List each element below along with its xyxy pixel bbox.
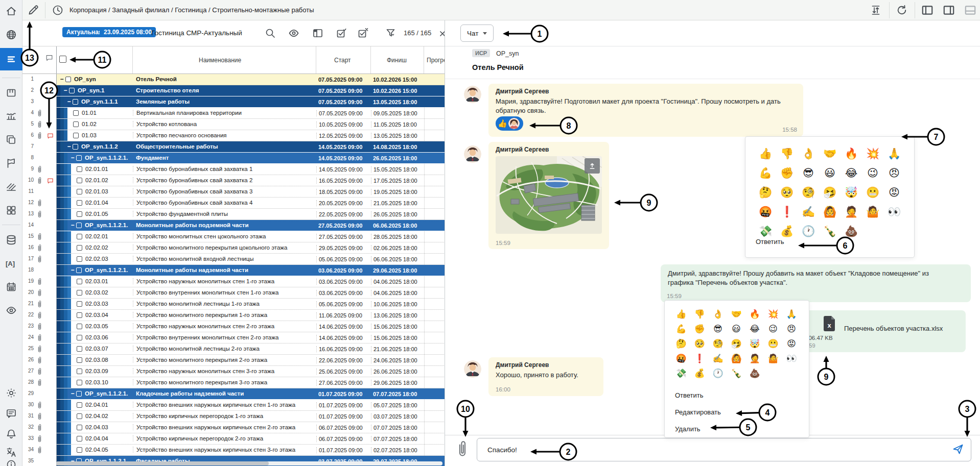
- refresh-icon[interactable]: [895, 4, 908, 17]
- emoji-reaction[interactable]: 💥: [862, 144, 883, 163]
- brightness-icon[interactable]: [0, 383, 22, 403]
- emoji-reaction[interactable]: 🙆: [819, 202, 841, 222]
- table-row[interactable]: 902.01.01Устройство буронабивных свай за…: [22, 164, 445, 175]
- emoji-reaction[interactable]: 👌: [709, 307, 727, 322]
- collapse-toggle[interactable]: −: [70, 222, 75, 229]
- emoji-reaction[interactable]: 🙆: [727, 351, 745, 366]
- emoji-reaction[interactable]: 🥺: [776, 183, 798, 202]
- emoji-reaction[interactable]: 😎: [709, 322, 727, 336]
- attachment-indicator-icon[interactable]: [36, 244, 43, 252]
- check-all-icon[interactable]: [335, 27, 348, 40]
- row-checkbox[interactable]: [73, 144, 78, 150]
- header-comment-icon[interactable]: [45, 54, 54, 62]
- attachment-indicator-icon[interactable]: [36, 323, 43, 331]
- emoji-reaction[interactable]: 🕐: [798, 222, 819, 241]
- table-row[interactable]: 2702.03.09Устройство наружных монолитных…: [22, 366, 445, 377]
- home-icon[interactable]: [0, 1, 22, 21]
- table-row[interactable]: 2302.03.05Устройство наружных монолитных…: [22, 321, 445, 332]
- collapse-toggle[interactable]: −: [66, 143, 72, 150]
- emoji-reaction[interactable]: 💪: [672, 322, 690, 336]
- eye-icon[interactable]: [287, 27, 300, 40]
- sync-rows-icon[interactable]: [870, 4, 883, 17]
- emoji-reaction[interactable]: 👎: [776, 144, 798, 163]
- globe-icon[interactable]: [0, 24, 22, 45]
- filter-icon[interactable]: [384, 27, 398, 40]
- message-incoming-2[interactable]: Дмитрий Сергеев Хорошо, принято в работу…: [488, 357, 603, 396]
- table-row[interactable]: 2602.03.08Устройство монолитного перекры…: [22, 355, 445, 366]
- reaction-chip[interactable]: 👍: [496, 116, 523, 131]
- row-checkbox[interactable]: [73, 99, 78, 105]
- emoji-reaction[interactable]: 🔥: [745, 307, 764, 322]
- table-row[interactable]: 7−OP_syn.1.1.2Общестроительные работы14.…: [22, 141, 445, 153]
- row-checkbox[interactable]: [77, 436, 82, 442]
- emoji-reaction[interactable]: 😠: [883, 163, 905, 183]
- emoji-reaction[interactable]: ✍️: [798, 202, 819, 222]
- emoji-reaction[interactable]: 😂: [745, 322, 764, 336]
- emoji-reaction[interactable]: 💥: [764, 307, 782, 322]
- col-header-start[interactable]: Старт: [334, 57, 351, 64]
- emoji-reaction[interactable]: 💪: [755, 163, 776, 183]
- calendar-icon[interactable]: [0, 277, 22, 297]
- table-row[interactable]: 3302.04.04Устройство кирпичных перегород…: [22, 433, 445, 445]
- message-input[interactable]: [477, 438, 971, 461]
- emoji-reaction[interactable]: 🤧: [727, 336, 745, 351]
- attachment-indicator-icon[interactable]: [36, 311, 43, 320]
- attachment-indicator-icon[interactable]: [36, 379, 43, 387]
- emoji-reaction[interactable]: 🤬: [755, 202, 776, 222]
- table-row[interactable]: 2502.03.07Устройство монолитной лестницы…: [22, 344, 445, 355]
- table-row[interactable]: 3102.04.02Устройство кирпичных перегород…: [22, 411, 445, 422]
- row-checkbox[interactable]: [77, 346, 82, 352]
- emoji-reaction[interactable]: 😂: [841, 163, 862, 183]
- table-row[interactable]: 1002.01.02Устройство буронабивных свай з…: [22, 175, 445, 186]
- emoji-reaction[interactable]: 🧐: [798, 183, 819, 202]
- attachment-indicator-icon[interactable]: [36, 401, 43, 409]
- emoji-reaction[interactable]: 👍: [672, 307, 690, 322]
- attachment-indicator-icon[interactable]: [36, 177, 43, 185]
- row-checkbox[interactable]: [77, 211, 82, 217]
- hatching-icon[interactable]: [0, 177, 22, 197]
- table-row[interactable]: 2−OP_syn.1Строительство отеля07.05.2025 …: [22, 85, 445, 96]
- row-checkbox[interactable]: [77, 234, 82, 239]
- table-row[interactable]: 2202.03.04Устройство монолитного перекры…: [22, 310, 445, 321]
- wbs-outline-icon-selected[interactable]: [0, 48, 22, 70]
- database-icon[interactable]: [0, 230, 22, 250]
- table-row[interactable]: 18−OP_syn.1.1.2.1.Монолитные работы надз…: [22, 265, 445, 276]
- row-checkbox[interactable]: [77, 413, 82, 419]
- table-row[interactable]: 601.03Устройство песчаного основания12.0…: [22, 130, 445, 141]
- reaction-menu-reply[interactable]: Ответить: [756, 238, 784, 246]
- attribute-icon[interactable]: [A]: [0, 253, 22, 274]
- attachment-indicator-icon[interactable]: [36, 199, 43, 207]
- table-row[interactable]: 1102.01.03Устройство буронабивных свай з…: [22, 186, 445, 198]
- emoji-reaction[interactable]: 👍: [755, 144, 776, 163]
- table-row[interactable]: 2002.03.02Устройство внутренних монолитн…: [22, 287, 445, 299]
- row-checkbox[interactable]: [77, 189, 82, 194]
- horizontal-scrollbar[interactable]: [56, 461, 442, 465]
- emoji-reaction[interactable]: ✍️: [709, 351, 727, 366]
- emoji-reaction[interactable]: 🤷: [764, 351, 782, 366]
- row-checkbox[interactable]: [73, 133, 79, 138]
- row-checkbox[interactable]: [77, 290, 82, 296]
- collapse-toggle[interactable]: −: [63, 87, 68, 94]
- split-left-icon[interactable]: [921, 4, 934, 17]
- row-checkbox[interactable]: [77, 256, 82, 262]
- table-row[interactable]: 3−OP_syn.1.1.1Земляные работы07.05.2025 …: [22, 96, 445, 108]
- split-right-icon[interactable]: [942, 4, 955, 17]
- emoji-reaction[interactable]: 😉: [862, 163, 883, 183]
- table-row[interactable]: 1−OP_synОтель Речной07.05.2025 09:0010.0…: [22, 74, 445, 85]
- split-horizontal-icon[interactable]: [964, 4, 977, 17]
- menu-reply[interactable]: Ответить: [675, 391, 721, 399]
- emoji-reaction[interactable]: 😉: [764, 322, 782, 336]
- attachment-indicator-icon[interactable]: [36, 435, 43, 443]
- table-row[interactable]: 2402.03.06Устройство внутренних монолитн…: [22, 332, 445, 344]
- attachment-indicator-icon[interactable]: [36, 367, 43, 376]
- row-checkbox[interactable]: [77, 245, 82, 251]
- table-row[interactable]: 1602.02.02Устройство монолитного перекры…: [22, 242, 445, 254]
- site-plan-image[interactable]: [496, 156, 602, 234]
- emoji-reaction[interactable]: ✊: [690, 322, 709, 336]
- row-checkbox[interactable]: [65, 77, 71, 82]
- emoji-reaction[interactable]: 🤝: [727, 307, 745, 322]
- emoji-reaction[interactable]: 🥺: [690, 336, 709, 351]
- columns-icon[interactable]: [311, 27, 324, 40]
- emoji-reaction[interactable]: 😬: [764, 336, 782, 351]
- row-checkbox[interactable]: [76, 391, 82, 397]
